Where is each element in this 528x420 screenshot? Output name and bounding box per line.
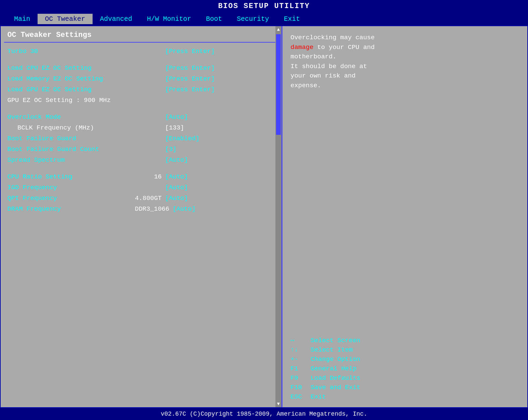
setting-igd-freq[interactable]: IGD Frequency [Auto] <box>4 182 278 193</box>
label-turbo30: Turbo 30 <box>7 48 135 55</box>
help-line-5: your own risk and <box>291 72 356 80</box>
title-bar: BIOS SETUP UTILITY <box>0 0 528 12</box>
help-line-1: Overclocking may cause <box>291 34 375 41</box>
key-general-help: F1 General Help <box>291 365 519 372</box>
key-label-f10: Save and Exit <box>311 384 360 391</box>
label-load-cpu: Load CPU EZ OC Setting <box>7 64 135 72</box>
help-line-4: It should be done at <box>291 63 367 70</box>
spacer3 <box>4 165 278 171</box>
label-dram-freq: DRAM Frequency <box>7 205 135 213</box>
help-text: Overclocking may cause damage to your CP… <box>291 33 519 90</box>
key-help: ↔ Select Screen ↑↓ Select Item +- Change… <box>291 337 519 401</box>
value-igd-freq: [Auto] <box>165 184 188 191</box>
extra-dram-freq: DDR3_1066 <box>135 205 173 213</box>
label-bclk: BCLK Frequency (MHz) <box>7 124 135 132</box>
setting-overclock-mode[interactable]: Overclock Mode [Auto] <box>4 112 278 122</box>
section-title: OC Tweaker Settings <box>1 26 281 42</box>
key-label-f1: General Help <box>311 365 357 372</box>
value-cpu-ratio: [Auto] <box>165 173 188 180</box>
help-line-6: expense. <box>291 82 321 89</box>
help-damage-word: damage <box>291 44 313 51</box>
setting-dram-freq[interactable]: DRAM Frequency DDR3_1066 [Auto] <box>4 204 278 214</box>
key-select-screen: ↔ Select Screen <box>291 337 519 344</box>
key-label-f9: Load Defaults <box>311 374 360 382</box>
scroll-down-arrow[interactable]: ▼ <box>276 401 280 407</box>
setting-load-cpu[interactable]: Load CPU EZ OC Setting [Press Enter] <box>4 63 278 73</box>
scroll-up-arrow[interactable]: ▲ <box>276 26 280 33</box>
help-line-2: to your CPU and <box>313 44 374 51</box>
setting-gpu-ez: GPU EZ OC Setting : 900 MHz <box>4 95 278 106</box>
bios-title: BIOS SETUP UTILITY <box>218 2 310 10</box>
key-load-defaults: F9 Load Defaults <box>291 374 519 382</box>
value-boot-failure: [Enabled] <box>165 135 200 142</box>
label-spread-spectrum: Spread Spectrum <box>7 156 135 164</box>
spacer1 <box>4 57 278 63</box>
key-symbol-select-screen: ↔ <box>291 337 311 344</box>
key-symbol-change-option: +- <box>291 356 311 363</box>
key-symbol-f10: F10 <box>291 384 311 391</box>
key-symbol-esc: ESC <box>291 393 311 401</box>
help-line-3: motherboard. <box>291 53 336 60</box>
key-save-exit: F10 Save and Exit <box>291 384 519 391</box>
nav-boot[interactable]: Boot <box>199 14 229 24</box>
main-content: OC Tweaker Settings Turbo 30 [Press Ente… <box>0 25 528 408</box>
setting-turbo30[interactable]: Turbo 30 [Press Enter] <box>4 46 278 57</box>
label-boot-failure-count: Boot Failure Guard Count <box>7 146 135 153</box>
value-dram-freq: [Auto] <box>173 205 196 213</box>
label-cpu-ratio: CPU Ratio Setting <box>7 173 135 180</box>
value-boot-failure-count: [3] <box>165 146 176 153</box>
extra-cpu-ratio: 16 <box>135 173 165 180</box>
setting-bclk[interactable]: BCLK Frequency (MHz) [133] <box>4 122 278 133</box>
footer: v02.67C (C)Copyright 1985-2009, American… <box>0 408 528 420</box>
section-divider <box>4 42 278 43</box>
key-symbol-f1: F1 <box>291 365 311 372</box>
key-esc: ESC Exit <box>291 393 519 401</box>
nav-advanced[interactable]: Advanced <box>93 14 140 24</box>
value-load-cpu: [Press Enter] <box>165 64 215 72</box>
nav-oc-tweaker[interactable]: OC Tweaker <box>38 14 93 24</box>
nav-security[interactable]: Security <box>229 14 276 24</box>
value-load-gpu: [Press Enter] <box>165 86 215 93</box>
right-panel: Overclocking may cause damage to your CP… <box>282 26 527 407</box>
nav-bar: Main OC Tweaker Advanced H/W Monitor Boo… <box>0 12 528 25</box>
setting-boot-failure[interactable]: Boot Failure Guard [Enabled] <box>4 133 278 144</box>
label-igd-freq: IGD Frequency <box>7 184 135 191</box>
key-symbol-f9: F9 <box>291 374 311 382</box>
spacer2 <box>4 106 278 112</box>
value-bclk: [133] <box>165 124 184 132</box>
label-load-memory: Load Memory EZ OC Setting <box>7 75 135 83</box>
key-symbol-select-item: ↑↓ <box>291 346 311 354</box>
scroll-thumb[interactable] <box>276 34 281 135</box>
label-qpi-freq: QPI Frequency <box>7 195 135 202</box>
setting-boot-failure-count[interactable]: Boot Failure Guard Count [3] <box>4 144 278 155</box>
scrollbar[interactable]: ▲ ▼ <box>275 26 281 407</box>
left-panel: OC Tweaker Settings Turbo 30 [Press Ente… <box>1 26 282 407</box>
value-overclock-mode: [Auto] <box>165 113 188 121</box>
setting-load-gpu[interactable]: Load GPU EZ OC Setting [Press Enter] <box>4 84 278 95</box>
key-change-option: +- Change Option <box>291 356 519 363</box>
setting-spread-spectrum[interactable]: Spread Spectrum [Auto] <box>4 155 278 165</box>
value-spread-spectrum: [Auto] <box>165 156 188 164</box>
label-load-gpu: Load GPU EZ OC Setting <box>7 86 135 93</box>
extra-qpi-freq: 4.800GT <box>135 195 165 202</box>
label-overclock-mode: Overclock Mode <box>7 113 135 121</box>
label-gpu-ez: GPU EZ OC Setting : 900 MHz <box>7 97 135 104</box>
setting-cpu-ratio[interactable]: CPU Ratio Setting 16 [Auto] <box>4 171 278 182</box>
setting-qpi-freq[interactable]: QPI Frequency 4.800GT [Auto] <box>4 193 278 204</box>
key-label-change-option: Change Option <box>311 356 360 363</box>
setting-load-memory[interactable]: Load Memory EZ OC Setting [Press Enter] <box>4 73 278 84</box>
value-turbo30: [Press Enter] <box>165 48 215 55</box>
label-boot-failure: Boot Failure Guard <box>7 135 135 142</box>
nav-hw-monitor[interactable]: H/W Monitor <box>140 14 199 24</box>
key-label-select-item: Select Item <box>311 346 353 354</box>
value-qpi-freq: [Auto] <box>165 195 188 202</box>
key-label-esc: Exit <box>311 393 326 401</box>
settings-list: Turbo 30 [Press Enter] Load CPU EZ OC Se… <box>1 46 281 407</box>
nav-main[interactable]: Main <box>7 14 38 24</box>
key-label-select-screen: Select Screen <box>311 337 360 344</box>
key-select-item: ↑↓ Select Item <box>291 346 519 354</box>
footer-text: v02.67C (C)Copyright 1985-2009, American… <box>161 411 367 417</box>
nav-exit[interactable]: Exit <box>276 14 307 24</box>
value-load-memory: [Press Enter] <box>165 75 215 83</box>
